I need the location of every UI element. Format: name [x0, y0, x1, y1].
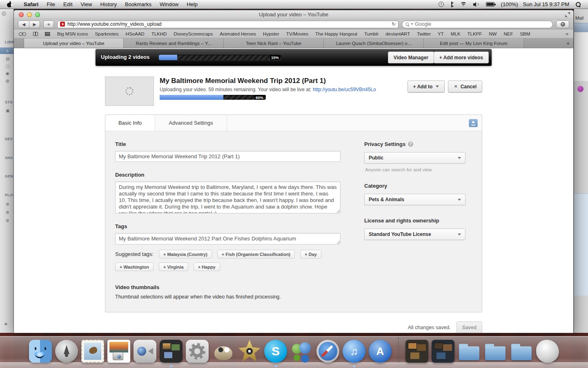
menu-history[interactable]: History [96, 0, 120, 9]
images-stack-icon-2[interactable] [432, 340, 454, 363]
finder-dock-icon[interactable] [29, 340, 52, 363]
volume-icon[interactable] [473, 2, 479, 7]
menu-safari[interactable]: Safari [20, 0, 42, 9]
bookmark-item[interactable]: NEF [503, 31, 513, 36]
tags-input[interactable]: My Baltimore Memorial Weekend 2012 Part … [115, 233, 341, 245]
menu-clock[interactable]: Sun Jul 15 9:37 PM [523, 1, 569, 7]
title-bar[interactable]: Upload your video – YouTube [14, 10, 573, 19]
title-input[interactable] [115, 151, 341, 162]
reload-icon[interactable]: ↻ [392, 21, 396, 27]
gimp-dock-icon[interactable] [212, 340, 235, 363]
spotlight-icon[interactable] [576, 2, 581, 7]
saved-button[interactable]: Saved [457, 321, 482, 333]
bluetooth-icon[interactable] [450, 2, 454, 7]
bookmark-item[interactable]: deviantART [385, 31, 410, 36]
new-tab-button[interactable]: + [43, 20, 54, 28]
time-machine-icon[interactable] [439, 2, 444, 7]
back-button[interactable]: ◀ [18, 21, 29, 28]
license-dropdown[interactable]: Standard YouTube License [364, 229, 466, 240]
wifi-icon[interactable] [460, 2, 467, 7]
fullscreen-icon[interactable] [565, 12, 570, 17]
search-engine-caret-icon[interactable] [411, 23, 413, 25]
video-live-link[interactable]: http://youtu.be/uc59VBn45Lo [313, 87, 376, 92]
bookmark-item[interactable]: TLKPF [467, 31, 482, 36]
downloads-button[interactable] [556, 20, 569, 28]
tab-rants-reviews[interactable]: Rants Reviews and Ramblings – Y... [124, 38, 224, 48]
skype-dock-icon[interactable]: S [264, 340, 287, 363]
image-collection-dock-icon[interactable] [160, 340, 183, 363]
folder-stack-icon-3[interactable] [510, 340, 533, 363]
menu-bookmarks[interactable]: Bookmarks [121, 0, 156, 9]
itunes-add-playlist-button[interactable]: + [4, 320, 8, 327]
bookmark-item[interactable]: SBM [520, 31, 530, 36]
tab-basic-info[interactable]: Basic Info [105, 115, 155, 131]
suggested-tag-happy[interactable]: + Happy [194, 263, 220, 271]
tab-upload-video[interactable]: Upload your video – YouTube [24, 38, 124, 48]
menu-window[interactable]: Window [156, 0, 183, 9]
new-tab-plus-button[interactable]: + [563, 38, 573, 48]
menu-edit[interactable]: Edit [59, 0, 76, 9]
images-stack-icon[interactable] [405, 340, 428, 363]
battery-icon[interactable] [486, 2, 494, 7]
system-preferences-dock-icon[interactable] [186, 340, 209, 363]
video-manager-button[interactable]: Video Manager [388, 52, 434, 63]
menu-view[interactable]: View [77, 0, 96, 9]
address-bar[interactable]: http://www.youtube.com/my_videos_upload … [57, 20, 399, 28]
apple-menu-icon[interactable] [7, 2, 12, 7]
tab-teen-nick[interactable]: Teen Nick Rant – YouTube [224, 38, 324, 48]
zoom-window-button[interactable] [35, 12, 40, 17]
privacy-dropdown[interactable]: Public [364, 152, 466, 164]
search-field[interactable] [402, 20, 553, 28]
bookmark-item[interactable]: NW [489, 31, 497, 36]
add-to-button[interactable]: + Add to [408, 81, 445, 92]
bookmark-item[interactable]: Animated Heroes [220, 31, 256, 36]
search-input[interactable] [415, 21, 549, 27]
menu-file[interactable]: File [42, 0, 59, 9]
add-more-videos-button[interactable]: + Add more videos [434, 52, 489, 63]
itunes-selected-music[interactable]: ♫ [0, 47, 13, 54]
bookmark-item[interactable]: DisneyScreencaps [174, 31, 213, 36]
uploader-icon[interactable] [469, 119, 478, 127]
trash-dock-icon[interactable] [536, 340, 559, 363]
bookmark-item[interactable]: TV/Movies [286, 31, 308, 36]
bookmarks-book-icon[interactable] [33, 32, 38, 36]
bookmark-item[interactable]: Tumblr [364, 31, 379, 36]
suggested-tag-day[interactable]: + Day [300, 250, 321, 258]
suggested-tag-fish[interactable]: + Fish (Organism Classification) [217, 250, 295, 258]
facetime-dock-icon[interactable] [134, 340, 156, 363]
folder-stack-icon[interactable] [458, 340, 481, 363]
bookmark-item[interactable]: HSoAAD [126, 31, 145, 36]
cancel-button[interactable]: ✕Cancel [448, 81, 482, 92]
app-store-dock-icon[interactable]: A [369, 340, 392, 363]
itunes-dock-icon[interactable]: ♫ [343, 340, 365, 363]
bookmarks-overflow-chevron[interactable]: » [566, 31, 568, 37]
minimize-window-button[interactable] [27, 12, 32, 17]
category-dropdown[interactable]: Pets & Animals [364, 194, 466, 205]
back-forward-control[interactable]: ◀ ▶ [18, 20, 40, 28]
menu-help[interactable]: Help [183, 0, 202, 9]
url-text[interactable]: http://www.youtube.com/my_videos_upload [67, 21, 389, 27]
iphoto-dock-icon[interactable] [107, 340, 130, 363]
bookmark-item[interactable]: Sparknotes [95, 31, 118, 36]
bookmark-item[interactable]: Hypster [263, 31, 279, 36]
launchpad-dock-icon[interactable] [55, 340, 78, 363]
tab-advanced-settings[interactable]: Advanced Settings [155, 115, 227, 131]
help-icon[interactable]: ? [408, 141, 413, 147]
tab-lion-king-forum[interactable]: Edit post — My Lion King Forum [424, 38, 524, 48]
imovie-dock-icon[interactable] [238, 340, 261, 363]
suggested-tag-washington[interactable]: + Washington [115, 263, 154, 271]
mail-dock-icon[interactable] [81, 340, 104, 363]
forward-button[interactable]: ▶ [29, 21, 40, 28]
tab-lauren-quach[interactable]: Lauren Quach (SimbaObsesser) o... [324, 38, 424, 48]
bookmark-item[interactable]: TLKHD [151, 31, 167, 36]
top-sites-icon[interactable] [45, 32, 50, 36]
safari-dock-icon[interactable] [316, 340, 339, 363]
reading-list-icon[interactable] [19, 32, 26, 36]
suggested-tag-malaysia[interactable]: + Malaysia (Country) [159, 250, 212, 258]
bookmark-item[interactable]: MLK [451, 31, 461, 36]
bookmark-item[interactable]: The Happy Hangout [315, 31, 357, 36]
folder-stack-icon-2[interactable] [484, 340, 507, 363]
bookmark-item[interactable]: YT [438, 31, 444, 36]
close-window-button[interactable] [19, 12, 24, 17]
description-input[interactable]: During my Memorial Weekend trip to Balti… [115, 182, 341, 213]
